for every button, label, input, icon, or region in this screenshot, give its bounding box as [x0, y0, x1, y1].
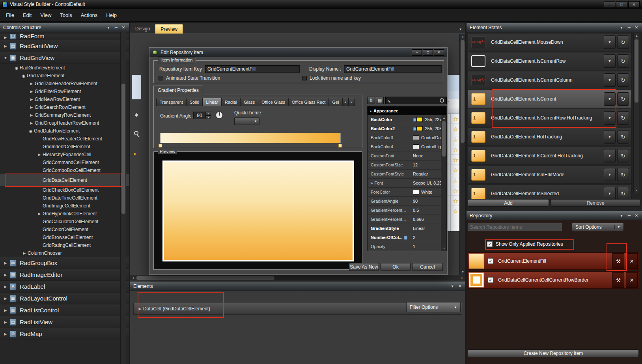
tab-glass[interactable]: Glass: [240, 98, 258, 106]
property-row-numberofcolors[interactable]: NumberOfCol... ▣ 2: [368, 233, 446, 242]
remove-state-button[interactable]: Remove: [551, 199, 640, 207]
maximize-button[interactable]: □: [616, 1, 627, 8]
tree-item-radganttview[interactable]: ▶ ▤ RadGanttView: [0, 40, 129, 52]
tree-item-gridnewrowelement[interactable]: ▶ GridNewRowElement: [0, 95, 129, 103]
title-bar[interactable]: Visual Style Builder - ControlDefault – …: [0, 0, 642, 9]
tree-item-radgridviewelement[interactable]: ◉ RadGridViewElement: [0, 64, 129, 72]
property-row-gradientpercentage2[interactable]: GradientPercent... 0.666: [368, 215, 446, 224]
bullet-icon[interactable]: ◉: [21, 74, 27, 78]
tree-scrollbar[interactable]: ▾: [120, 32, 126, 364]
scroll-right-icon[interactable]: ▸: [459, 275, 465, 281]
gradient-strip[interactable]: [160, 133, 341, 143]
tree-item-gridfilterrowelement[interactable]: ▶ GridFilterRowElement: [0, 88, 129, 95]
tab-transparent[interactable]: Transparent: [156, 98, 186, 106]
scroll-up-icon[interactable]: ▴: [634, 33, 640, 39]
tree-item-gridindentcellelement[interactable]: GridIndentCellElement: [0, 143, 129, 151]
checkbox-checked-icon[interactable]: ✓: [488, 277, 493, 283]
state-reset-button[interactable]: ↻: [617, 73, 629, 87]
state-reset-button[interactable]: ↻: [617, 92, 629, 106]
tree-item-gridcommandcellelement[interactable]: GridCommandCellElement: [0, 159, 129, 166]
expand-arrow-icon[interactable]: ▶: [137, 307, 143, 311]
edit-repository-item-button[interactable]: ⚒: [612, 253, 624, 269]
state-row-iscurrent-hottracking[interactable]: 1 GridDataCellElement.IsCurrent.HotTrack…: [468, 147, 632, 165]
tree-item-gridcolorcellelement[interactable]: GridColorCellElement: [0, 226, 129, 233]
dialog-maximize-button[interactable]: □: [423, 49, 433, 56]
tree-item-gridbrowsecellelement[interactable]: GridBrowseCellElement: [0, 233, 129, 241]
property-row-gradientpercentage[interactable]: GradientPercent... 0.5: [368, 206, 446, 215]
tab-office-glass[interactable]: Office Glass: [258, 98, 288, 106]
tree-item-griddatetimecellelement[interactable]: GridDateTimeCellElement: [0, 194, 129, 202]
expand-arrow-icon[interactable]: ▶: [2, 261, 9, 265]
quick-theme-dropdown[interactable]: ▼: [234, 118, 259, 125]
expand-arrow-icon[interactable]: ▶: [28, 105, 35, 109]
state-row-iscurrentrow-hottracking[interactable]: 1 GridDataCellElement.IsCurrentRow.HotTr…: [468, 109, 632, 127]
scroll-left-icon[interactable]: ◂: [130, 275, 136, 281]
tree-item-radform[interactable]: ▶ ▢ RadForm: [0, 34, 129, 40]
state-reset-button[interactable]: ↻: [617, 54, 629, 68]
show-only-applied-checkbox[interactable]: ✓ Show Only Applied Repositories: [487, 241, 563, 247]
state-row-isselected[interactable]: 1 GridDataCellElement.IsSelected ▼ ↻: [468, 185, 632, 199]
property-row-opacity[interactable]: Opacity 1: [368, 242, 446, 251]
collapse-arrow-icon[interactable]: ▼: [2, 56, 9, 60]
angle-dial[interactable]: [215, 111, 223, 119]
state-reset-button[interactable]: ↻: [617, 168, 629, 181]
tree-item-hierarchyexpandercell[interactable]: ▶ HierarchyExpanderCell: [0, 151, 129, 159]
tree-item-gridratingcellelement[interactable]: GridRatingCellElement: [0, 241, 129, 249]
property-grid-scrollbar[interactable]: ▴ ▾: [441, 115, 446, 251]
save-as-new-button[interactable]: Save As New: [349, 263, 379, 271]
checkbox-checked-icon[interactable]: ✓: [487, 241, 493, 247]
state-dropdown-button[interactable]: ▼: [604, 149, 616, 162]
property-row-gradientangle[interactable]: GradientAngle 90: [368, 197, 446, 206]
property-row-customfont[interactable]: CustomFont None: [368, 151, 446, 161]
menu-tools[interactable]: Tools: [56, 12, 76, 18]
tree-item-radgridview[interactable]: ▼ ▦ RadGridView: [0, 52, 129, 64]
dialog-close-button[interactable]: ✕: [434, 49, 444, 56]
tabstrip-chevron-icon[interactable]: ▾: [459, 27, 465, 34]
tree-item-columnchooser[interactable]: ▶ ColumnChooser: [0, 249, 129, 257]
pin-icon[interactable]: ⊥: [627, 25, 631, 30]
repository-search-input[interactable]: [468, 223, 562, 231]
tree-item-griddatacellelement-selected[interactable]: GridDataCellElement: [0, 174, 129, 186]
gradient-angle-input[interactable]: [193, 112, 206, 119]
state-dropdown-button[interactable]: ▼: [604, 168, 616, 181]
tab-office-glass-rect[interactable]: Office Glass Rect: [288, 98, 328, 106]
property-row-backcolor4[interactable]: BackColor4 ControlLight: [368, 142, 446, 151]
expand-arrow-icon[interactable]: ▶: [28, 113, 35, 117]
tree-item-radgroupbox[interactable]: ▶ ▭ RadGroupBox: [0, 257, 129, 269]
property-row-font[interactable]: ▶ Font Segoe UI, 8.25pt: [368, 179, 446, 188]
repository-item-griddatacellcurrentcellcurrentrowborder[interactable]: ✓ GridDataCellCurrentCellCurrentRowBorde…: [468, 271, 639, 289]
expand-arrow-icon[interactable]: ▶: [36, 153, 43, 157]
tree-item-gridcheckboxcellelement[interactable]: GridCheckBoxCellElement: [0, 186, 129, 194]
scroll-up-icon[interactable]: ▴: [460, 34, 465, 39]
ok-button[interactable]: Ok: [381, 263, 411, 271]
tab-scroll-right-button[interactable]: ▸: [349, 98, 355, 106]
scroll-down-icon[interactable]: ▾: [441, 246, 447, 251]
dialog-minimize-button[interactable]: –: [412, 49, 422, 56]
menu-view[interactable]: View: [36, 12, 56, 18]
tree-item-gridimagecellelement[interactable]: GridImageCellElement: [0, 202, 129, 210]
expand-arrow-icon[interactable]: ▶: [2, 35, 9, 39]
repository-item-gridcurrentelementfill[interactable]: ✓ GridCurrentElementFill ⚒ ✕: [468, 252, 639, 270]
bullet-icon[interactable]: ◉: [13, 66, 20, 70]
tree-item-radlistcontrol[interactable]: ▶ ▥ RadListControl: [0, 304, 129, 316]
tree-item-gridcomboboxcellelement[interactable]: GridComboBoxCellElement: [0, 166, 129, 174]
close-panel-icon[interactable]: ✕: [121, 25, 126, 30]
state-dropdown-button[interactable]: ▼: [604, 35, 616, 49]
remove-repository-item-button[interactable]: ✕: [626, 253, 638, 269]
state-reset-button[interactable]: ↻: [617, 35, 629, 49]
menu-edit[interactable]: Edit: [19, 12, 36, 18]
state-reset-button[interactable]: ↻: [617, 187, 629, 199]
tree-item-gridsummaryrowelement[interactable]: ▶ GridSummaryRowElement: [0, 111, 129, 119]
lock-item-name-checkbox[interactable]: Lock item name and key: [302, 75, 361, 81]
close-panel-icon[interactable]: ✕: [634, 25, 639, 30]
state-row-isineditmode[interactable]: 1 GridDataCellElement.IsInEditMode ▼ ↻: [468, 166, 632, 184]
tab-gel[interactable]: Gel: [328, 98, 342, 106]
scroll-down-icon[interactable]: ▾: [634, 188, 640, 193]
stepper-up-icon[interactable]: ▴: [206, 112, 211, 116]
tab-scroll-left-button[interactable]: ◂: [342, 98, 349, 106]
state-dropdown-button[interactable]: ▼: [604, 73, 616, 87]
state-reset-button[interactable]: ↻: [617, 111, 629, 125]
remove-repository-item-button[interactable]: ✕: [626, 272, 638, 288]
state-dropdown-button[interactable]: ▼: [604, 130, 616, 144]
tree-item-radmap[interactable]: ▶ ⊕ RadMap: [0, 328, 129, 340]
